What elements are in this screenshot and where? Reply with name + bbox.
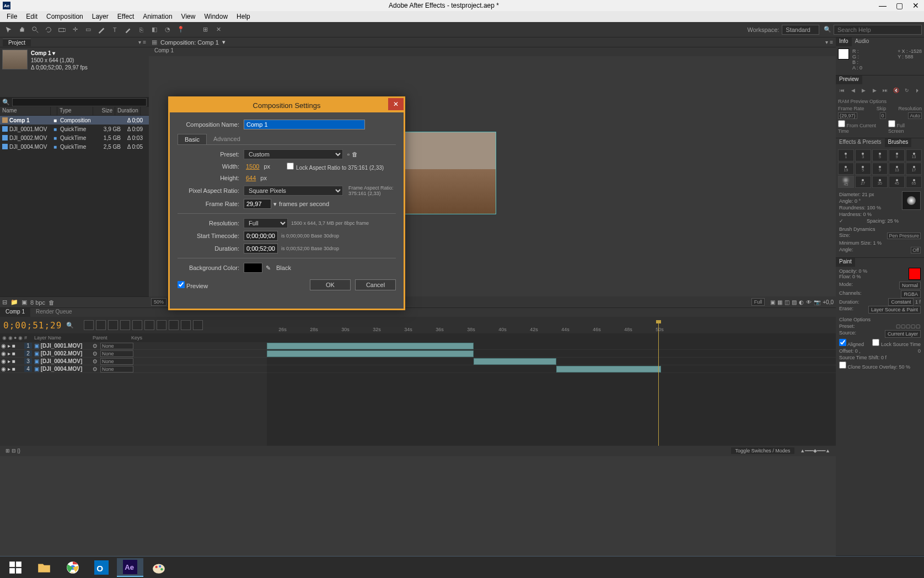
menu-window[interactable]: Window xyxy=(200,13,232,20)
brush-preset[interactable]: 45 xyxy=(838,176,854,188)
layer-bar[interactable] xyxy=(267,343,474,349)
mask-icon[interactable]: ◐ xyxy=(799,299,804,305)
brush-preset[interactable]: 5 xyxy=(872,149,888,161)
project-tab[interactable]: Project xyxy=(3,39,31,46)
layer-bar[interactable] xyxy=(474,358,556,365)
tab-advanced[interactable]: Advanced xyxy=(207,134,247,144)
minimize-button[interactable]: — xyxy=(874,0,891,11)
overlay-checkbox[interactable]: Clone Source Overlay: 50 % xyxy=(839,361,910,370)
start-button[interactable] xyxy=(2,558,29,577)
clone-preset-icons[interactable]: ▢▢▢▢▢ xyxy=(896,323,921,329)
eyedropper-icon[interactable]: ✎ xyxy=(266,264,271,272)
region-icon[interactable]: ▣ xyxy=(770,299,775,305)
brush-preset[interactable]: 9 xyxy=(889,149,905,161)
anchor-tool-icon[interactable]: ✛ xyxy=(69,24,81,35)
brush-preset[interactable]: 27 xyxy=(855,176,871,188)
zoom-tool-icon[interactable] xyxy=(29,24,41,35)
timeline-ruler[interactable]: 26s 28s 30s 32s 34s 36s 38s 40s 42s 44s … xyxy=(267,317,836,333)
ok-button[interactable]: OK xyxy=(310,279,351,290)
brush-preset[interactable]: 5 xyxy=(855,163,871,175)
grid-icon[interactable]: ▦ xyxy=(777,299,782,305)
interpret-icon[interactable]: ⊟ xyxy=(2,299,7,306)
bpc-button[interactable]: 8 bpc xyxy=(30,299,45,306)
brush-preset[interactable]: 65 xyxy=(906,176,922,188)
paint-flow[interactable]: Flow: 0 % xyxy=(839,274,867,279)
play-icon[interactable]: ▶ xyxy=(859,87,868,94)
brush-hardness[interactable]: Hardness: 0 % xyxy=(839,211,899,218)
brush-preset[interactable]: 13 xyxy=(889,163,905,175)
brush-roundness[interactable]: Roundness: 100 % xyxy=(839,204,899,211)
comp-tab[interactable]: Composition: Comp 1 xyxy=(160,39,219,46)
framerate-dropdown-icon[interactable]: ▾ xyxy=(273,201,277,208)
brush-tool-icon[interactable] xyxy=(122,24,134,35)
ram-preview-icon[interactable]: ⏵ xyxy=(914,87,922,94)
comp-name-input[interactable] xyxy=(244,120,365,129)
tab-paint[interactable]: Paint xyxy=(836,258,855,267)
menu-file[interactable]: File xyxy=(2,13,22,20)
panel-menu-icon[interactable]: ▾ ≡ xyxy=(138,39,146,45)
zoom-dropdown[interactable]: 50% xyxy=(151,298,166,306)
eraser-tool-icon[interactable]: ◧ xyxy=(148,24,160,35)
hand-tool-icon[interactable] xyxy=(16,24,28,35)
col-duration[interactable]: Duration xyxy=(115,107,141,115)
project-search-input[interactable] xyxy=(12,98,147,106)
view-icon[interactable]: 👁 xyxy=(806,299,812,305)
parent-select[interactable]: None xyxy=(100,343,133,349)
framerate-input[interactable] xyxy=(244,199,271,209)
trash-icon[interactable]: 🗑 xyxy=(49,299,55,306)
selection-tool-icon[interactable] xyxy=(3,24,15,35)
save-preset-icon[interactable]: ▫ xyxy=(347,151,350,158)
brush-preset[interactable]: 19 xyxy=(838,163,854,175)
menu-animation[interactable]: Animation xyxy=(138,13,176,20)
transparency-icon[interactable]: ▨ xyxy=(792,299,797,305)
fullscreen-checkbox[interactable]: Full Screen xyxy=(888,120,922,134)
search-help-input[interactable] xyxy=(834,25,922,35)
snapshot-icon[interactable]: 📷 xyxy=(814,299,820,305)
col-name[interactable]: Name xyxy=(0,107,51,115)
timeline-search-icon[interactable]: 🔍 xyxy=(66,322,74,329)
menu-edit[interactable]: Edit xyxy=(22,13,42,20)
ram-framerate-select[interactable]: (29,97) xyxy=(838,112,857,119)
par-select[interactable]: Square Pixels xyxy=(244,186,343,196)
tab-effects[interactable]: Effects & Presets xyxy=(836,138,885,147)
rotobrush-tool-icon[interactable]: ◔ xyxy=(162,24,174,35)
project-item-comp[interactable]: Comp 1 ■ Composition Δ 0;00 xyxy=(0,116,149,125)
after-effects-icon[interactable]: Ae xyxy=(117,558,143,577)
brush-preset[interactable]: 9 xyxy=(872,163,888,175)
tl-icon-3[interactable] xyxy=(108,320,118,330)
brush-preset[interactable]: 17 xyxy=(906,163,922,175)
clone-tool-icon[interactable]: ⎘ xyxy=(135,24,147,35)
from-current-checkbox[interactable]: From Current Time xyxy=(838,120,888,134)
shape-tool-icon[interactable]: ▭ xyxy=(82,24,94,35)
tab-preview[interactable]: Preview xyxy=(836,75,862,84)
tab-basic[interactable]: Basic xyxy=(178,134,207,144)
tab-info[interactable]: Info xyxy=(836,37,852,46)
prev-frame-icon[interactable]: ◀ xyxy=(849,87,858,94)
aligned-checkbox[interactable]: Aligned xyxy=(839,339,864,347)
toggle-switches-button[interactable]: Toggle Switches / Modes xyxy=(731,447,795,454)
bg-color-swatch[interactable] xyxy=(244,263,262,273)
close-window-button[interactable]: ✕ xyxy=(907,0,924,11)
brush-preset[interactable]: 13 xyxy=(906,149,922,161)
brush-preset[interactable]: 35 xyxy=(872,176,888,188)
project-item[interactable]: DJI_0002.MOV ■ QuickTime 1,5 GB Δ 0:03 xyxy=(0,133,149,142)
tl-icon-2[interactable] xyxy=(96,320,106,330)
tl-toggle-icon[interactable]: ⊞ ⊟ {} xyxy=(6,448,20,453)
time-shift[interactable]: Source Time Shift: 0 f xyxy=(836,354,924,361)
brush-preset[interactable]: 1 xyxy=(838,149,854,161)
new-comp-icon[interactable]: ▣ xyxy=(22,299,27,306)
brush-angle-select[interactable]: Off xyxy=(911,247,921,253)
tl-icon-8[interactable] xyxy=(169,320,179,330)
paint-foreground-swatch[interactable] xyxy=(909,268,921,280)
paint-erase-select[interactable]: Layer Source & Paint xyxy=(868,306,921,314)
tl-icon-1[interactable] xyxy=(84,320,94,330)
file-explorer-icon[interactable] xyxy=(31,558,57,577)
layer-bar[interactable] xyxy=(556,366,661,372)
project-item[interactable]: DJI_0001.MOV ■ QuickTime 3,9 GB Δ 0:09 xyxy=(0,125,149,133)
clone-source-select[interactable]: Current Layer xyxy=(885,330,921,338)
dialog-close-button[interactable]: ✕ xyxy=(388,98,404,110)
delete-preset-icon[interactable]: 🗑 xyxy=(352,151,358,158)
layer-row[interactable]: ◉ ▸ ■ 3 ▣ [DJI_0004.MOV] ⊙ None xyxy=(0,358,267,365)
layer-row[interactable]: ◉ ▸ ■ 4 ▣ [DJI_0004.MOV] ⊙ None xyxy=(0,365,267,373)
tl-icon-9[interactable] xyxy=(181,320,191,330)
